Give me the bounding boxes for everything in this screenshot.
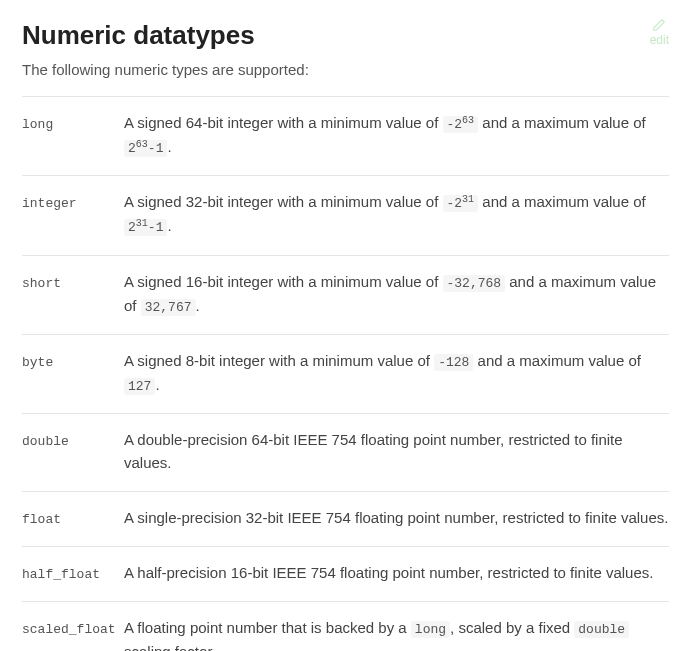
type-name: half_float	[22, 561, 124, 585]
type-name-code: half_float	[22, 567, 100, 582]
type-name: byte	[22, 349, 124, 397]
type-row: half_floatA half-precision 16-bit IEEE 7…	[22, 546, 669, 601]
value-code: 32,767	[141, 299, 196, 316]
type-name-code: double	[22, 434, 69, 449]
value-code: 127	[124, 378, 155, 395]
type-description: A floating point number that is backed b…	[124, 616, 669, 651]
intro-text: The following numeric types are supporte…	[22, 61, 669, 78]
type-description: A single-precision 32-bit IEEE 754 float…	[124, 506, 669, 530]
value-code: -32,768	[443, 275, 506, 292]
type-row: floatA single-precision 32-bit IEEE 754 …	[22, 491, 669, 546]
value-code: -128	[434, 354, 473, 371]
type-name-code: long	[22, 117, 53, 132]
type-description: A signed 8-bit integer with a minimum va…	[124, 349, 669, 397]
type-name: scaled_float	[22, 616, 124, 651]
type-name: long	[22, 111, 124, 159]
edit-link[interactable]: edit	[650, 18, 669, 47]
type-name-code: scaled_float	[22, 622, 116, 637]
value-code: -263	[443, 116, 479, 133]
type-row: integerA signed 32-bit integer with a mi…	[22, 175, 669, 254]
type-description: A signed 32-bit integer with a minimum v…	[124, 190, 669, 238]
type-name: float	[22, 506, 124, 530]
type-row: byteA signed 8-bit integer with a minimu…	[22, 334, 669, 413]
value-code: long	[411, 621, 450, 638]
value-code: 263-1	[124, 140, 167, 157]
type-row: scaled_floatA floating point number that…	[22, 601, 669, 651]
type-row: shortA signed 16-bit integer with a mini…	[22, 255, 669, 334]
edit-label: edit	[650, 33, 669, 47]
type-name-code: float	[22, 512, 61, 527]
type-name-code: short	[22, 276, 61, 291]
type-description: A signed 16-bit integer with a minimum v…	[124, 270, 669, 318]
type-name: short	[22, 270, 124, 318]
value-code: 231-1	[124, 219, 167, 236]
type-description: A half-precision 16-bit IEEE 754 floatin…	[124, 561, 669, 585]
type-name-code: byte	[22, 355, 53, 370]
pencil-icon	[652, 18, 666, 32]
type-description: A signed 64-bit integer with a minimum v…	[124, 111, 669, 159]
page-title: Numeric datatypes	[22, 20, 669, 51]
type-row: doubleA double-precision 64-bit IEEE 754…	[22, 413, 669, 491]
type-row: longA signed 64-bit integer with a minim…	[22, 96, 669, 175]
type-name-code: integer	[22, 196, 77, 211]
type-name: double	[22, 428, 124, 475]
type-description: A double-precision 64-bit IEEE 754 float…	[124, 428, 669, 475]
value-code: double	[574, 621, 629, 638]
value-code: -231	[443, 195, 479, 212]
type-name: integer	[22, 190, 124, 238]
